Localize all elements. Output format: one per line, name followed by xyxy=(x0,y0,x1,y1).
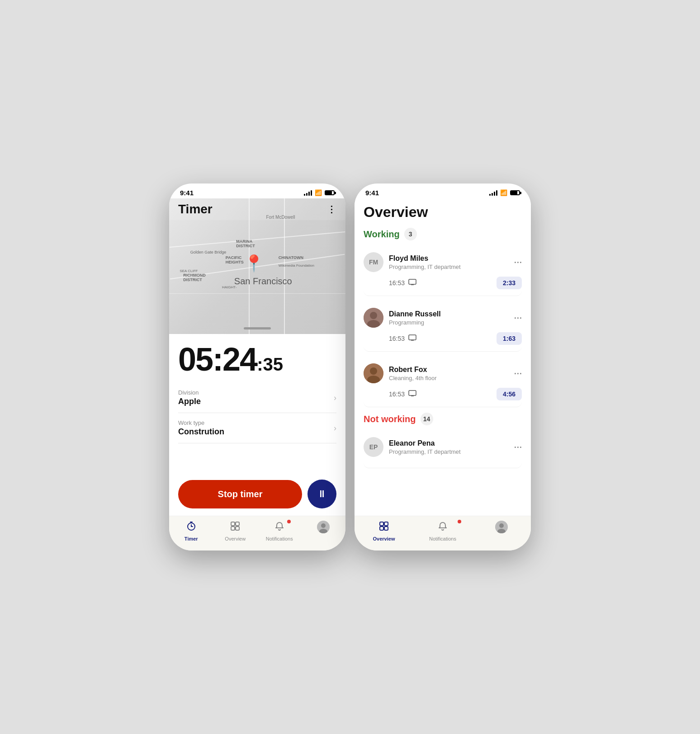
initials-eleanor: EP xyxy=(369,443,378,451)
wifi-icon-right: 📶 xyxy=(500,189,507,196)
more-eleanor[interactable]: ⋯ xyxy=(514,442,522,452)
notification-badge-right xyxy=(458,520,461,523)
not-working-section-header: Not working 14 xyxy=(364,413,522,425)
signal-icon-left xyxy=(304,190,312,196)
nav-item-timer[interactable]: Timer xyxy=(169,521,213,541)
map-pill xyxy=(244,327,271,329)
timer-main-value: 05:24 xyxy=(178,341,257,377)
svg-point-21 xyxy=(370,367,377,375)
monitor-icon-dianne xyxy=(408,334,416,343)
left-phone: 9:41 📶 xyxy=(169,184,345,550)
role-eleanor: Programming, IT departmet xyxy=(389,448,508,455)
page-title-right: Overview xyxy=(364,198,522,228)
timer-display: 05:24:35 xyxy=(178,334,336,383)
division-row[interactable]: Division Apple › xyxy=(178,383,336,413)
action-row: Stop timer ⏸ xyxy=(178,472,336,516)
map-label-seacliff: SEA CLIFF xyxy=(180,269,198,273)
nav-label-timer: Timer xyxy=(184,536,198,541)
battery-icon-left xyxy=(325,190,335,195)
badge-dianne: 1:63 xyxy=(497,332,522,345)
worktype-value: Constrution xyxy=(178,427,224,437)
svg-point-31 xyxy=(499,523,504,528)
working-count: 3 xyxy=(404,228,417,240)
timer-seconds-value: :35 xyxy=(257,354,283,374)
role-robert: Cleaning, 4th floor xyxy=(389,375,508,381)
overview-nav-icon-right xyxy=(378,521,389,534)
bottom-nav-right: Overview Notifications xyxy=(355,516,531,550)
person-card-dianne: Dianne Russell Programming ⋯ 16:53 xyxy=(364,301,522,352)
map-label-pacific: PACIFICHEIGHTS xyxy=(226,255,244,264)
overview-nav-icon-left xyxy=(230,521,241,534)
nav-label-notifications-right: Notifications xyxy=(429,536,456,541)
map-label-gg: Golden Gate Bridge xyxy=(190,250,227,254)
signal-icon-right xyxy=(489,190,497,196)
not-working-count: 14 xyxy=(421,413,433,425)
person-card-floyd: FM Floyd Miles Programming, IT departmet… xyxy=(364,246,522,296)
more-options-button[interactable]: ⋮ xyxy=(327,204,336,215)
map-label-wikimedia: Wikimedia Foundation xyxy=(279,263,314,268)
map-label-chinatown: CHINATOWN xyxy=(279,255,303,260)
bottom-nav-left: Timer Overview xyxy=(169,516,345,550)
more-floyd[interactable]: ⋯ xyxy=(514,257,522,267)
time-robert: 16:53 xyxy=(389,391,405,398)
name-floyd: Floyd Miles xyxy=(389,254,508,263)
timer-content: 05:24:35 Division Apple › Work type Cons… xyxy=(169,334,345,516)
map-pin: 📍 xyxy=(244,254,264,273)
division-chevron: › xyxy=(334,393,336,403)
wifi-icon-left: 📶 xyxy=(315,189,322,196)
nav-item-notifications-left[interactable]: Notifications xyxy=(257,521,302,541)
nav-item-overview-left[interactable]: Overview xyxy=(213,521,258,541)
more-dianne[interactable]: ⋯ xyxy=(514,313,522,323)
time-left: 9:41 xyxy=(180,189,194,197)
avatar-floyd: FM xyxy=(364,252,383,272)
bell-nav-icon-left xyxy=(274,521,285,534)
nav-item-overview-right[interactable]: Overview xyxy=(355,521,413,541)
map-label-richmond: RICHMONDDISTRICT xyxy=(183,273,206,282)
monitor-icon-robert xyxy=(408,390,416,398)
division-label: Division xyxy=(178,389,201,396)
svg-rect-23 xyxy=(409,391,416,395)
working-section-header: Working 3 xyxy=(364,228,522,240)
bell-nav-icon-right xyxy=(437,521,448,534)
svg-point-9 xyxy=(321,523,326,528)
initials-floyd: FM xyxy=(369,259,378,266)
user-avatar-left xyxy=(317,521,330,533)
worktype-label: Work type xyxy=(178,419,224,426)
nav-label-overview-right: Overview xyxy=(373,536,395,541)
name-dianne: Dianne Russell xyxy=(389,310,508,318)
svg-rect-5 xyxy=(236,522,239,526)
status-bar-right: 9:41 📶 xyxy=(355,184,531,198)
nav-label-overview-left: Overview xyxy=(225,536,246,541)
time-floyd: 16:53 xyxy=(389,279,405,287)
division-value: Apple xyxy=(178,397,201,406)
worktype-row[interactable]: Work type Constrution › xyxy=(178,413,336,443)
svg-rect-29 xyxy=(384,527,388,530)
worktype-chevron: › xyxy=(334,423,336,433)
svg-rect-27 xyxy=(384,522,388,526)
timer-nav-icon xyxy=(186,521,197,534)
pause-button[interactable]: ⏸ xyxy=(307,480,336,508)
svg-rect-26 xyxy=(380,522,383,526)
nav-item-notifications-right[interactable]: Notifications xyxy=(413,521,472,541)
nav-item-avatar-left[interactable] xyxy=(302,521,346,541)
role-floyd: Programming, IT departmet xyxy=(389,263,508,270)
svg-point-15 xyxy=(370,312,377,319)
user-avatar-right xyxy=(495,521,508,533)
map-area: Fort McDowell Golden Gate Bridge MARINAD… xyxy=(169,198,345,334)
name-robert: Robert Fox xyxy=(389,366,508,374)
role-dianne: Programming xyxy=(389,319,508,326)
page-title-left: Timer xyxy=(178,202,213,216)
person-card-eleanor: EP Eleanor Pena Programming, IT departme… xyxy=(364,431,522,468)
svg-rect-7 xyxy=(236,527,239,530)
nav-item-avatar-right[interactable] xyxy=(472,521,531,541)
stop-timer-button[interactable]: Stop timer xyxy=(178,480,302,508)
avatar-robert xyxy=(364,363,383,383)
more-robert[interactable]: ⋯ xyxy=(514,368,522,378)
svg-rect-17 xyxy=(409,335,416,340)
svg-rect-4 xyxy=(231,522,235,526)
time-right: 9:41 xyxy=(365,189,379,197)
not-working-section: Not working 14 EP Eleanor Pena Programmi… xyxy=(364,413,522,468)
badge-robert: 4:56 xyxy=(497,388,522,400)
svg-rect-11 xyxy=(409,279,416,284)
not-working-label: Not working xyxy=(364,414,416,424)
